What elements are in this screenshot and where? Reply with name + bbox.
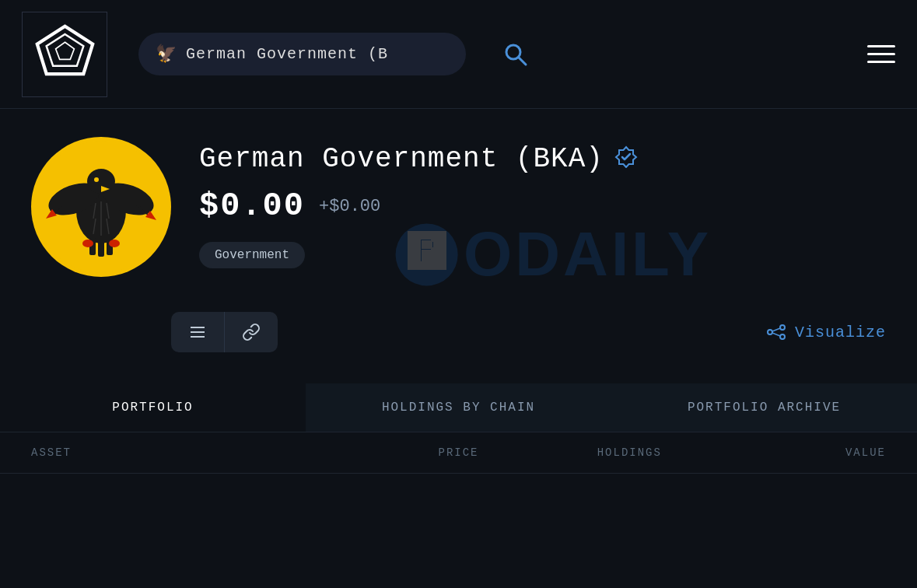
link-button[interactable] — [225, 312, 278, 352]
table-header: ASSET PRICE HOLDINGS VALUE — [0, 432, 917, 474]
svg-marker-2 — [55, 42, 74, 59]
profile-name: German Government (BKA) — [199, 143, 604, 175]
svg-marker-1 — [46, 34, 83, 66]
verified-icon — [614, 145, 638, 174]
tag-row: Government — [199, 242, 886, 268]
price-row: $0.00 +$0.00 — [199, 187, 886, 225]
svg-line-35 — [772, 328, 780, 331]
tab-portfolio-archive[interactable]: PORTFOLIO ARCHIVE — [611, 383, 917, 432]
filter-button[interactable] — [171, 312, 225, 352]
search-text: German Government (B — [186, 45, 449, 63]
menu-button[interactable] — [867, 45, 895, 63]
tab-portfolio[interactable]: PORTFOLIO — [0, 383, 306, 432]
arkham-logo-icon — [32, 21, 98, 87]
price-change: +$0.00 — [319, 197, 380, 216]
search-icon — [503, 42, 528, 67]
svg-rect-17 — [98, 240, 104, 257]
visualize-button[interactable]: Visualize — [765, 323, 886, 341]
column-header-price: PRICE — [373, 446, 544, 459]
header: 🦅 German Government (B — [0, 0, 917, 109]
german-eagle-icon — [35, 141, 167, 273]
action-row: Visualize — [0, 312, 917, 371]
tabs-container: PORTFOLIO HOLDINGS BY CHAIN PORTFOLIO AR… — [0, 383, 917, 432]
svg-point-20 — [109, 240, 120, 247]
search-button[interactable] — [503, 42, 528, 67]
search-flag-icon: 🦅 — [156, 44, 177, 65]
column-header-asset: ASSET — [31, 446, 373, 459]
svg-line-4 — [519, 58, 526, 65]
svg-point-11 — [94, 177, 99, 182]
svg-point-19 — [82, 240, 93, 247]
avatar — [31, 137, 171, 277]
profile-wrapper: 🅿 ODAILY — [0, 109, 917, 371]
filter-icon — [188, 323, 207, 341]
hamburger-line-3 — [867, 61, 895, 63]
price-value: $0.00 — [199, 187, 305, 225]
logo-container — [22, 12, 107, 97]
column-header-value: VALUE — [715, 446, 886, 459]
left-actions — [171, 312, 278, 352]
profile-info: German Government (BKA) $0.00 +$0.00 Gov… — [199, 137, 886, 290]
column-header-holdings: HOLDINGS — [544, 446, 715, 459]
profile-section: German Government (BKA) $0.00 +$0.00 Gov… — [0, 109, 917, 312]
visualize-label: Visualize — [795, 324, 886, 341]
visualize-icon — [765, 323, 787, 341]
svg-line-36 — [772, 333, 780, 336]
hamburger-line-1 — [867, 45, 895, 47]
hamburger-line-2 — [867, 53, 895, 55]
tab-holdings-by-chain[interactable]: HOLDINGS BY CHAIN — [306, 383, 611, 432]
profile-name-row: German Government (BKA) — [199, 143, 886, 175]
svg-point-32 — [768, 330, 772, 334]
svg-point-33 — [780, 325, 785, 330]
search-bar[interactable]: 🦅 German Government (B — [138, 33, 466, 75]
svg-point-34 — [780, 334, 785, 339]
category-tag: Government — [199, 242, 305, 268]
link-icon — [242, 323, 261, 341]
action-button-group — [171, 312, 278, 352]
